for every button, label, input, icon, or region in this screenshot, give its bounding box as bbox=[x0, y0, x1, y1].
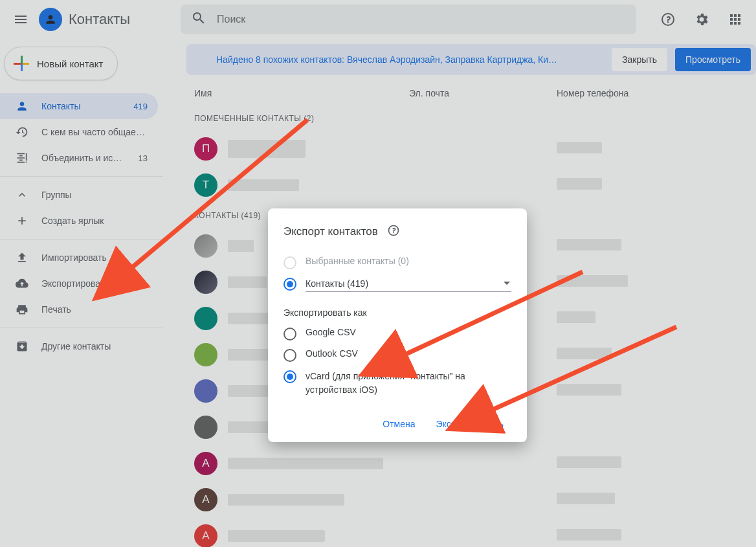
dialog-title: Экспорт контактов bbox=[284, 225, 378, 238]
cancel-button[interactable]: Отмена bbox=[375, 414, 423, 434]
export-as-label: Экспортировать как bbox=[284, 307, 511, 318]
radio-outlook-csv[interactable]: Outlook CSV bbox=[284, 344, 511, 366]
radio-contacts-group[interactable]: Контакты (419) bbox=[284, 273, 511, 296]
export-button[interactable]: Экспортировать bbox=[428, 414, 511, 434]
radio-icon bbox=[284, 256, 296, 269]
radio-icon bbox=[284, 349, 296, 362]
radio-icon bbox=[284, 278, 296, 291]
export-dialog: Экспорт контактов Выбранные контакты (0)… bbox=[268, 208, 527, 442]
radio-label: Outlook CSV bbox=[306, 348, 358, 359]
radio-label: Google CSV bbox=[306, 327, 356, 337]
group-select[interactable]: Контакты (419) bbox=[306, 277, 511, 292]
radio-vcard[interactable]: vCard (для приложения "Контакты" на устр… bbox=[284, 366, 511, 401]
radio-icon bbox=[284, 328, 296, 340]
radio-google-csv[interactable]: Google CSV bbox=[284, 323, 511, 344]
help-icon[interactable] bbox=[387, 224, 400, 239]
radio-selected-contacts: Выбранные контакты (0) bbox=[284, 252, 511, 273]
radio-icon bbox=[284, 370, 296, 383]
radio-label: Выбранные контакты (0) bbox=[306, 256, 409, 266]
radio-label: vCard (для приложения "Контакты" на устр… bbox=[306, 370, 511, 397]
